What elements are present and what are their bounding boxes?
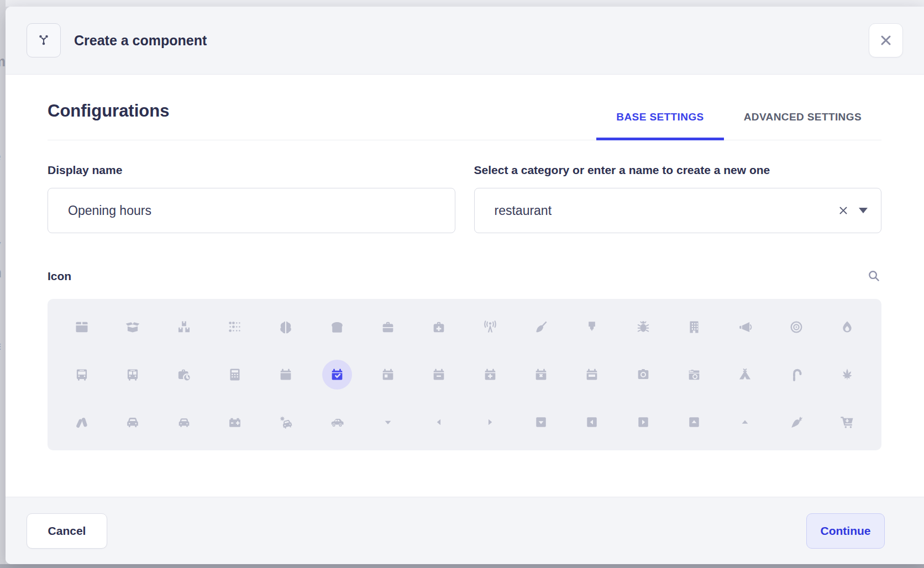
modal-title: Create a component bbox=[74, 33, 207, 49]
icon-search-button[interactable] bbox=[867, 269, 881, 283]
display-name-field-group: Display name Opening hours bbox=[48, 164, 455, 233]
icon-car-battery[interactable] bbox=[209, 398, 260, 446]
select-caret-icon[interactable] bbox=[859, 208, 868, 213]
icon-cannabis[interactable] bbox=[822, 351, 873, 398]
clear-selection-icon[interactable] bbox=[837, 204, 850, 217]
icon-campground[interactable] bbox=[720, 351, 770, 398]
page-behind-left: mtiertynt≡ bbox=[0, 0, 6, 568]
display-name-value: Opening hours bbox=[68, 203, 151, 218]
modal-body: Configurations BASE SETTINGS ADVANCED SE… bbox=[6, 75, 924, 497]
category-field-group: Select a category or enter a name to cre… bbox=[474, 164, 882, 233]
display-name-input[interactable]: Opening hours bbox=[48, 188, 455, 233]
category-label: Select a category or enter a name to cre… bbox=[474, 164, 882, 177]
icon-bullhorn[interactable] bbox=[720, 303, 770, 351]
icon-bus-alt[interactable] bbox=[107, 351, 158, 398]
close-button[interactable] bbox=[869, 23, 903, 57]
icon-car[interactable] bbox=[107, 398, 158, 446]
icon-calendar[interactable] bbox=[260, 351, 311, 398]
continue-button[interactable]: Continue bbox=[806, 513, 885, 549]
fields-row: Display name Opening hours Select a cate… bbox=[48, 164, 881, 233]
icon-broadcast-tower[interactable] bbox=[465, 303, 516, 351]
icon-calendar-week[interactable] bbox=[566, 351, 617, 398]
icon-caret-up[interactable] bbox=[720, 398, 770, 446]
cancel-button[interactable]: Cancel bbox=[27, 513, 107, 549]
icon-label: Icon bbox=[48, 270, 71, 283]
icon-broom[interactable] bbox=[516, 303, 566, 351]
icon-braille[interactable] bbox=[209, 303, 260, 351]
icon-brain[interactable] bbox=[260, 303, 311, 351]
icon-caret-right[interactable] bbox=[465, 398, 516, 446]
settings-tabs: BASE SETTINGS ADVANCED SETTINGS bbox=[596, 111, 881, 140]
icon-cart-arrow-down[interactable] bbox=[822, 398, 873, 446]
modal-header: Create a component bbox=[6, 7, 924, 75]
display-name-label: Display name bbox=[48, 164, 455, 177]
icon-burn[interactable] bbox=[822, 303, 873, 351]
backdrop-text-fragment: m bbox=[0, 53, 6, 70]
icon-boxes[interactable] bbox=[159, 303, 209, 351]
icon-bread-loaf[interactable] bbox=[312, 303, 363, 351]
icon-calendar-times[interactable] bbox=[516, 351, 566, 398]
page-behind-top bbox=[0, 0, 924, 7]
icon-briefcase-medical[interactable] bbox=[413, 303, 464, 351]
icon-camera[interactable] bbox=[617, 351, 668, 398]
component-branch-icon bbox=[27, 23, 61, 57]
icon-business-time[interactable] bbox=[159, 351, 209, 398]
icon-calendar-check[interactable] bbox=[312, 351, 363, 398]
icon-bullseye[interactable] bbox=[770, 303, 821, 351]
icon-box-open[interactable] bbox=[107, 303, 158, 351]
icon-car-side[interactable] bbox=[312, 398, 363, 446]
selected-icon-highlight bbox=[322, 360, 352, 390]
icon-building[interactable] bbox=[669, 303, 720, 351]
icon-bus[interactable] bbox=[56, 351, 107, 398]
icon-caret-square-up[interactable] bbox=[669, 398, 720, 446]
icon-picker-grid bbox=[48, 299, 881, 450]
icon-brush[interactable] bbox=[566, 303, 617, 351]
icon-caret-down[interactable] bbox=[363, 398, 413, 446]
tab-advanced-settings[interactable]: ADVANCED SETTINGS bbox=[724, 111, 881, 140]
icon-section-header: Icon bbox=[48, 269, 881, 283]
icon-briefcase[interactable] bbox=[363, 303, 413, 351]
page-behind-bottom bbox=[0, 564, 924, 568]
icon-car-alt[interactable] bbox=[159, 398, 209, 446]
icon-box[interactable] bbox=[56, 303, 107, 351]
icon-candy-cane[interactable] bbox=[770, 351, 821, 398]
backdrop-text-fragment: e bbox=[0, 148, 1, 165]
modal-footer: Cancel Continue bbox=[6, 497, 924, 564]
icon-calendar-day[interactable] bbox=[363, 351, 413, 398]
icon-camera-retro[interactable] bbox=[669, 351, 720, 398]
icon-car-crash[interactable] bbox=[260, 398, 311, 446]
close-icon bbox=[878, 33, 894, 48]
icon-calendar-plus[interactable] bbox=[465, 351, 516, 398]
backdrop-text-fragment: ≡ bbox=[0, 338, 1, 355]
icon-caret-left[interactable] bbox=[413, 398, 464, 446]
icon-caret-square-right[interactable] bbox=[617, 398, 668, 446]
page-title: Configurations bbox=[48, 101, 169, 140]
backdrop-text-fragment: n bbox=[0, 264, 2, 281]
tab-base-settings[interactable]: BASE SETTINGS bbox=[596, 111, 723, 140]
search-icon bbox=[867, 269, 881, 283]
icon-carrot[interactable] bbox=[770, 398, 821, 446]
icon-caret-square-left[interactable] bbox=[566, 398, 617, 446]
icon-calculator[interactable] bbox=[209, 351, 260, 398]
config-header-row: Configurations BASE SETTINGS ADVANCED SE… bbox=[48, 101, 881, 140]
icon-capsules[interactable] bbox=[56, 398, 107, 446]
category-select[interactable]: restaurant bbox=[474, 188, 882, 233]
backdrop-text-fragment: y bbox=[0, 236, 1, 254]
category-value: restaurant bbox=[495, 203, 837, 218]
create-component-modal: Create a component Configurations BASE S… bbox=[6, 7, 924, 564]
icon-calendar-minus[interactable] bbox=[413, 351, 464, 398]
icon-bug[interactable] bbox=[617, 303, 668, 351]
icon-caret-square-down[interactable] bbox=[516, 398, 566, 446]
